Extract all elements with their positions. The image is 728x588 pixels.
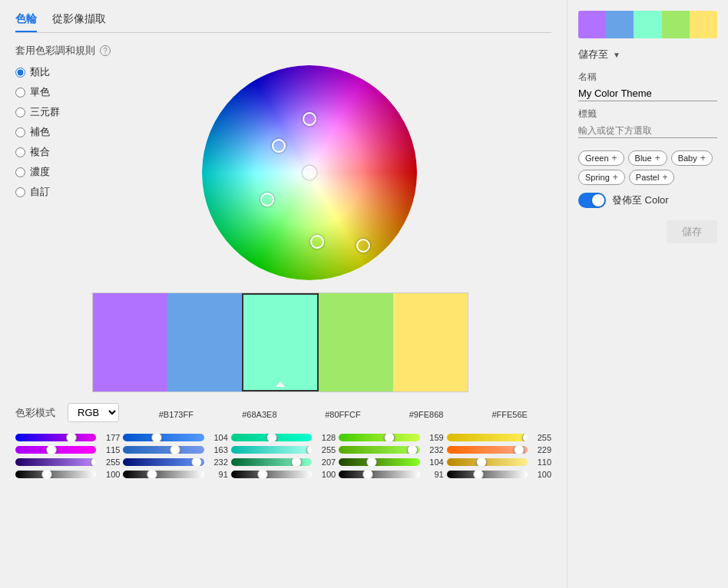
name-input[interactable] <box>578 86 717 101</box>
slider-track-3-3[interactable] <box>339 471 419 478</box>
slider-track-1-0[interactable] <box>15 446 96 454</box>
color-swatches <box>92 292 468 392</box>
slider-thumb-1-3[interactable] <box>407 446 418 454</box>
slider-track-3-0[interactable] <box>15 471 96 478</box>
publish-toggle[interactable] <box>578 193 606 208</box>
tag-spring[interactable]: Spring + <box>578 170 625 185</box>
tag-pastel[interactable]: Pastel + <box>629 170 675 185</box>
radio-analogous[interactable]: 類比 <box>15 65 60 79</box>
slider-group-3-2: 100 <box>231 470 336 479</box>
slider-group-3-3: 91 <box>339 470 443 479</box>
slider-group-2-1: 232 <box>123 458 227 467</box>
hex-label-4: #FFE56E <box>468 410 551 419</box>
color-wheel-container <box>68 65 551 280</box>
slider-thumb-1-4[interactable] <box>514 446 524 454</box>
radio-complementary[interactable]: 補色 <box>15 125 60 139</box>
color-mode-select[interactable]: RGB HSB Lab <box>68 403 119 422</box>
slider-value-2-0: 255 <box>98 458 120 467</box>
slider-thumb-1-1[interactable] <box>170 446 180 454</box>
swatch-2[interactable] <box>242 293 319 391</box>
slider-thumb-0-4[interactable] <box>522 434 528 441</box>
slider-thumb-3-3[interactable] <box>362 471 373 478</box>
slider-thumb-2-1[interactable] <box>191 458 202 466</box>
wheel-handle-top[interactable] <box>303 112 316 126</box>
slider-track-2-4[interactable] <box>447 458 528 466</box>
slider-value-1-2: 255 <box>314 445 336 454</box>
slider-value-3-4: 100 <box>530 470 551 479</box>
slider-thumb-1-0[interactable] <box>46 446 57 454</box>
slider-group-2-3: 104 <box>339 458 443 467</box>
swatch-4[interactable] <box>393 293 468 391</box>
slider-thumb-2-4[interactable] <box>476 458 487 466</box>
slider-track-1-4[interactable] <box>447 446 528 454</box>
slider-group-2-4: 110 <box>447 458 551 467</box>
slider-thumb-0-0[interactable] <box>66 434 77 441</box>
slider-track-0-3[interactable] <box>339 434 419 441</box>
slider-track-2-3[interactable] <box>339 458 419 466</box>
slider-track-1-3[interactable] <box>339 446 419 454</box>
slider-thumb-1-2[interactable] <box>306 446 312 454</box>
chevron-down-icon[interactable]: ▼ <box>613 51 620 59</box>
wheel-handle-left[interactable] <box>260 193 274 206</box>
tabs: 色輪 從影像擷取 <box>15 12 551 33</box>
slider-track-3-4[interactable] <box>447 471 528 478</box>
wheel-handle-bottom-center[interactable] <box>310 235 324 249</box>
slider-track-2-1[interactable] <box>123 458 204 466</box>
radio-shades[interactable]: 濃度 <box>15 165 60 179</box>
radio-triadic[interactable]: 三元群 <box>15 105 60 119</box>
save-to-label: 儲存至 <box>578 48 608 61</box>
radio-list: 類比 單色 三元群 補色 複合 濃度 自訂 <box>15 65 60 199</box>
tags-field-row: 標籤 <box>578 107 717 144</box>
slider-group-1-1: 163 <box>123 445 227 454</box>
tab-from-image[interactable]: 從影像擷取 <box>52 12 106 32</box>
swatch-1[interactable] <box>167 293 242 391</box>
slider-track-0-1[interactable] <box>123 434 204 441</box>
save-to-row[interactable]: 儲存至 ▼ <box>578 48 717 61</box>
radio-custom[interactable]: 自訂 <box>15 185 60 199</box>
info-icon[interactable]: ? <box>100 45 111 56</box>
save-button[interactable]: 儲存 <box>667 220 717 243</box>
radio-monochrome[interactable]: 單色 <box>15 85 60 99</box>
slider-track-3-1[interactable] <box>123 471 204 478</box>
slider-thumb-2-2[interactable] <box>291 458 302 466</box>
color-mode-section: 色彩模式 RGB HSB Lab <box>15 403 119 422</box>
color-wheel[interactable] <box>202 65 417 280</box>
wheel-handle-right[interactable] <box>356 239 370 253</box>
slider-thumb-2-3[interactable] <box>366 458 377 466</box>
slider-thumb-0-2[interactable] <box>266 434 277 441</box>
slider-track-0-4[interactable] <box>447 434 528 441</box>
slider-track-3-2[interactable] <box>231 471 312 478</box>
slider-track-1-1[interactable] <box>123 446 204 454</box>
swatch-0[interactable] <box>93 293 167 391</box>
wheel-handle-upper-left[interactable] <box>272 139 286 153</box>
slider-track-0-0[interactable] <box>15 434 96 441</box>
slider-thumb-3-2[interactable] <box>257 471 268 478</box>
slider-thumb-3-1[interactable] <box>147 471 157 478</box>
slider-track-2-2[interactable] <box>231 458 312 466</box>
tag-baby[interactable]: Baby + <box>671 150 713 166</box>
slider-group-0-3: 159 <box>339 433 443 442</box>
slider-track-2-0[interactable] <box>15 458 96 466</box>
slider-thumb-3-4[interactable] <box>473 471 484 478</box>
slider-thumb-0-1[interactable] <box>151 434 162 441</box>
tab-color-wheel[interactable]: 色輪 <box>15 12 37 32</box>
radio-compound[interactable]: 複合 <box>15 145 60 159</box>
slider-thumb-3-0[interactable] <box>41 471 52 478</box>
slider-row-3: 1009110091100 <box>15 470 551 479</box>
slider-value-3-1: 91 <box>207 470 228 479</box>
slider-track-0-2[interactable] <box>231 434 312 441</box>
slider-track-1-2[interactable] <box>231 446 312 454</box>
slider-group-0-0: 177 <box>15 433 120 442</box>
tag-green[interactable]: Green + <box>578 150 624 166</box>
slider-value-1-0: 115 <box>98 445 120 454</box>
hex-label-3: #9FE868 <box>385 410 468 419</box>
wheel-handle-center[interactable] <box>303 166 316 180</box>
swatch-3[interactable] <box>319 293 393 391</box>
slider-thumb-2-0[interactable] <box>91 458 96 466</box>
slider-thumb-0-3[interactable] <box>384 434 395 441</box>
tag-blue[interactable]: Blue + <box>628 150 667 166</box>
slider-group-0-1: 104 <box>123 433 227 442</box>
tags-input[interactable] <box>578 124 717 138</box>
name-label: 名稱 <box>578 71 717 84</box>
slider-group-0-4: 255 <box>447 433 551 442</box>
